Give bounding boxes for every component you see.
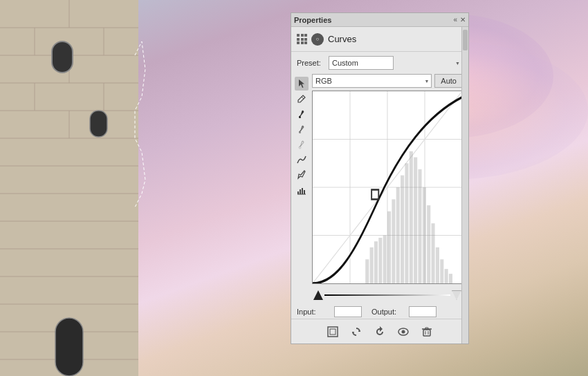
preset-row: Preset: Custom Default Strong Contrast L…	[291, 52, 468, 74]
svg-rect-44	[396, 187, 400, 283]
close-btn[interactable]: ✕	[460, 17, 466, 24]
input-label: Input:	[297, 308, 331, 316]
pointer-tool[interactable]	[295, 77, 309, 91]
svg-point-27	[299, 147, 301, 149]
pencil-tool[interactable]	[295, 92, 309, 106]
grid-icon	[297, 34, 307, 44]
preset-select-wrapper: Custom Default Strong Contrast Linear Me…	[329, 56, 463, 70]
svg-rect-56	[449, 274, 452, 283]
scrollbar[interactable]	[461, 27, 468, 344]
svg-rect-49	[418, 169, 421, 283]
svg-point-65	[402, 330, 405, 333]
reset-button[interactable]	[371, 323, 388, 340]
svg-line-24	[302, 97, 304, 99]
preset-label: Preset:	[297, 59, 324, 67]
channel-select[interactable]: RGB Red Green Blue	[312, 74, 432, 88]
svg-rect-51	[427, 205, 430, 283]
svg-rect-63	[330, 329, 336, 335]
svg-rect-30	[302, 188, 303, 194]
svg-rect-48	[414, 158, 417, 283]
svg-rect-42	[387, 212, 391, 283]
svg-rect-50	[423, 187, 426, 283]
svg-rect-61	[371, 189, 378, 199]
channel-select-wrapper: RGB Red Green Blue	[312, 74, 432, 88]
svg-rect-68	[425, 328, 428, 329]
svg-point-25	[299, 116, 301, 118]
refresh-button[interactable]	[348, 323, 365, 340]
panel-footer	[291, 319, 468, 344]
clip-button[interactable]	[324, 323, 341, 340]
curve-svg	[313, 91, 462, 283]
visibility-button[interactable]	[395, 323, 412, 340]
svg-rect-43	[392, 199, 395, 283]
svg-rect-58	[370, 247, 374, 283]
black-point-slider[interactable]	[313, 290, 323, 300]
panel-title: Properties	[294, 16, 331, 24]
curve-section: RGB Red Green Blue Auto	[291, 74, 468, 305]
delete-button[interactable]	[419, 323, 435, 340]
svg-rect-47	[410, 151, 413, 283]
svg-marker-33	[297, 185, 302, 187]
svg-rect-62	[328, 327, 338, 337]
draw-pencil-tool[interactable]	[295, 168, 309, 182]
histogram-tool[interactable]	[295, 183, 309, 197]
output-label: Output:	[371, 308, 406, 316]
smooth-curve-tool[interactable]	[295, 153, 309, 167]
svg-rect-21	[52, 41, 73, 73]
collapse-btn[interactable]: «	[453, 17, 457, 24]
channel-row: RGB Red Green Blue Auto	[312, 74, 463, 88]
svg-rect-41	[383, 236, 387, 284]
input-slider-row	[312, 288, 463, 302]
svg-rect-45	[401, 176, 404, 283]
svg-rect-59	[374, 241, 378, 283]
io-row: Input: Output:	[291, 305, 468, 319]
svg-rect-54	[440, 259, 443, 283]
white-eyedropper-tool[interactable]	[295, 138, 309, 151]
svg-rect-60	[378, 238, 382, 283]
svg-rect-57	[365, 259, 369, 283]
properties-panel: Properties « ✕ ○ Curves Preset:	[291, 12, 469, 344]
castle-tower	[0, 0, 152, 376]
panel-titlebar: Properties « ✕	[291, 13, 468, 27]
curve-graph[interactable]	[312, 91, 463, 284]
white-point-slider[interactable]	[452, 290, 461, 300]
svg-rect-66	[423, 330, 430, 336]
gradient-bar	[324, 294, 450, 296]
preset-select[interactable]: Custom Default Strong Contrast Linear Me…	[329, 56, 394, 70]
black-eyedropper-tool[interactable]	[295, 107, 309, 121]
svg-rect-52	[432, 223, 435, 283]
svg-rect-55	[445, 269, 448, 283]
scrollbar-thumb[interactable]	[463, 30, 468, 50]
svg-rect-23	[55, 318, 83, 376]
curve-area: RGB Red Green Blue Auto	[312, 74, 463, 302]
svg-rect-29	[300, 189, 301, 194]
svg-rect-46	[405, 163, 408, 283]
auto-button[interactable]: Auto	[434, 74, 463, 88]
svg-rect-53	[436, 247, 439, 283]
panel-content: ○ Curves Preset: Custom Default Strong C…	[291, 27, 468, 344]
titlebar-controls: « ✕	[453, 17, 466, 24]
svg-point-26	[299, 131, 301, 133]
gray-eyedropper-tool[interactable]	[295, 122, 309, 136]
section-title: Curves	[328, 34, 356, 44]
input-field[interactable]	[334, 306, 362, 317]
curves-icon: ○	[311, 33, 324, 46]
panel-section-header: ○ Curves	[291, 27, 468, 52]
svg-rect-31	[304, 190, 305, 194]
output-field[interactable]	[409, 306, 437, 317]
svg-rect-28	[297, 191, 299, 194]
tools-column	[294, 74, 309, 302]
svg-rect-22	[90, 111, 107, 137]
